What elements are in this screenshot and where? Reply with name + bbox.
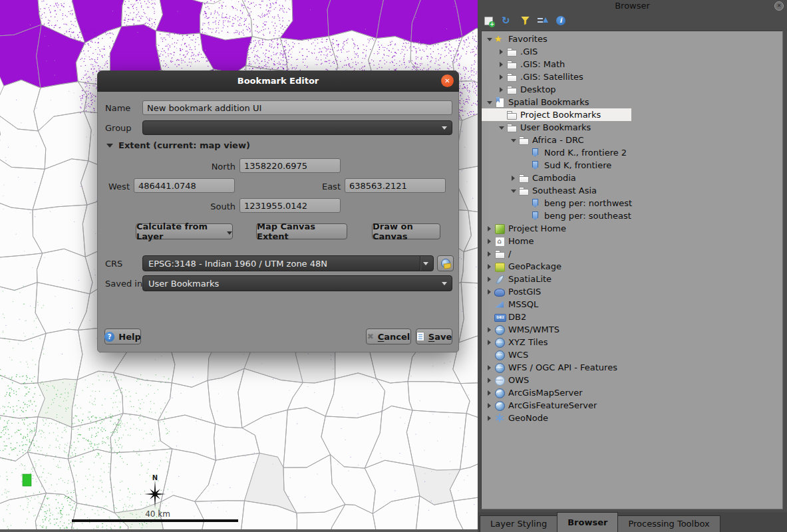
tree-item[interactable]: beng per: northwest — [482, 197, 782, 209]
tree-item[interactable]: GeoPackage — [482, 260, 782, 273]
tree-item[interactable]: SpatiaLite — [482, 273, 782, 285]
tree-item[interactable]: PostGIS — [482, 285, 782, 298]
properties-widget-icon[interactable] — [555, 15, 567, 27]
expander-icon[interactable] — [486, 222, 494, 235]
calculate-from-layer-button[interactable]: Calculate from Layer — [136, 223, 233, 239]
group-combobox[interactable] — [142, 120, 452, 135]
expander-icon[interactable] — [498, 58, 506, 70]
map-canvas-extent-button[interactable]: Map Canvas Extent — [256, 223, 347, 239]
expander-icon[interactable] — [486, 260, 494, 273]
refresh-icon[interactable] — [502, 15, 513, 27]
save-button[interactable]: Save — [416, 329, 452, 344]
mssql-icon — [494, 299, 505, 310]
expander-icon[interactable] — [510, 184, 518, 197]
expander-icon[interactable] — [486, 399, 494, 412]
tree-item[interactable]: MSSQL — [482, 298, 782, 311]
tree-item[interactable]: WCS — [482, 348, 782, 361]
tree-item[interactable]: XYZ Tiles — [482, 336, 782, 348]
saved-in-combobox[interactable]: User Bookmarks — [142, 275, 452, 291]
tree-item[interactable]: Project Bookmarks — [482, 108, 782, 121]
tree-item[interactable]: OWS — [482, 374, 782, 386]
tree-item[interactable]: Cambodia — [482, 172, 782, 184]
tree-item[interactable]: WFS / OGC API - Features — [482, 361, 782, 374]
filter-browser-icon[interactable] — [520, 15, 531, 27]
south-input[interactable] — [239, 198, 341, 213]
tree-item[interactable]: Sud K, frontiere — [482, 159, 782, 172]
expander-icon[interactable] — [486, 273, 494, 285]
expander-icon[interactable] — [486, 374, 494, 386]
folder-icon — [518, 173, 529, 184]
draw-on-canvas-button[interactable]: Draw on Canvas — [372, 223, 440, 239]
bookmark-icon — [530, 198, 541, 209]
expander-icon[interactable] — [498, 83, 506, 96]
tree-item[interactable]: DB2 — [482, 311, 782, 323]
spatial-icon — [494, 97, 505, 108]
dialog-titlebar[interactable]: Bookmark Editor ✕ — [97, 70, 459, 92]
chevron-down-icon — [420, 256, 433, 271]
cancel-button[interactable]: ✖ Cancel — [366, 329, 411, 344]
expander-spacer — [498, 108, 506, 121]
folder-icon — [506, 84, 517, 95]
tree-item[interactable]: .GIS: Satellites — [482, 70, 782, 83]
west-input[interactable] — [134, 178, 235, 193]
tree-item[interactable]: Spatial Bookmarks — [482, 96, 782, 108]
expander-icon[interactable] — [486, 247, 494, 260]
crs-combobox[interactable]: EPSG:3148 - Indian 1960 / UTM zone 48N — [142, 255, 434, 271]
tree-item[interactable]: / — [482, 247, 782, 260]
browser-tree[interactable]: Favorites.GIS.GIS: Math.GIS: SatellitesD… — [481, 31, 783, 509]
expander-icon[interactable] — [486, 33, 494, 45]
east-input[interactable] — [345, 178, 446, 193]
expander-icon[interactable] — [498, 45, 506, 58]
expander-icon[interactable] — [498, 121, 506, 134]
tab-browser[interactable]: Browser — [557, 512, 618, 532]
tree-item[interactable]: WMS/WMTS — [482, 323, 782, 336]
tree-item[interactable]: Nord K., frontiere 2 — [482, 146, 782, 159]
tree-item[interactable]: Southeast Asia — [482, 184, 782, 197]
expander-icon[interactable] — [486, 285, 494, 298]
select-crs-button[interactable] — [437, 255, 454, 271]
expander-icon[interactable] — [486, 235, 494, 247]
tree-item[interactable]: Africa - DRC — [482, 134, 782, 146]
tree-item[interactable]: Desktop — [482, 83, 782, 96]
expander-icon[interactable] — [498, 70, 506, 83]
expander-icon[interactable] — [486, 336, 494, 348]
tab-processing-toolbox[interactable]: Processing Toolbox — [617, 515, 720, 532]
expander-icon[interactable] — [486, 386, 494, 399]
tree-item-label: beng per: southeast — [544, 211, 631, 221]
close-icon[interactable]: ✕ — [441, 74, 454, 87]
tree-item[interactable]: User Bookmarks — [482, 121, 782, 134]
tree-item[interactable]: Home — [482, 235, 782, 247]
expander-icon[interactable] — [486, 323, 494, 336]
tree-item[interactable]: ArcGisMapServer — [482, 386, 782, 399]
window-bottom-edge — [0, 529, 478, 532]
tree-item[interactable]: Project Home — [482, 222, 782, 235]
panel-close-icon[interactable]: ✕ — [774, 1, 784, 11]
add-layer-icon[interactable] — [484, 15, 495, 27]
tree-item-label: DB2 — [508, 312, 526, 322]
folder-icon — [506, 122, 517, 133]
extent-section-header[interactable]: Extent (current: map view) — [106, 140, 250, 150]
tab-layer-styling[interactable]: Layer Styling — [480, 515, 557, 532]
crs-label: CRS — [105, 258, 122, 269]
expander-icon[interactable] — [486, 361, 494, 374]
tree-item[interactable]: ArcGisFeatureServer — [482, 399, 782, 412]
tree-item-label: WFS / OGC API - Features — [508, 362, 617, 372]
panel-title: Browser — [478, 0, 787, 12]
tree-item[interactable]: GeoNode — [482, 412, 782, 424]
tree-item-label: Cambodia — [532, 173, 576, 183]
tree-item[interactable]: .GIS — [482, 45, 782, 58]
help-button[interactable]: ? Help — [104, 329, 141, 344]
expander-icon[interactable] — [486, 96, 494, 108]
expander-icon[interactable] — [510, 134, 518, 146]
expander-icon[interactable] — [510, 172, 518, 184]
name-input[interactable] — [142, 100, 452, 115]
collapse-all-icon[interactable] — [538, 15, 549, 27]
north-input[interactable] — [239, 158, 341, 173]
expander-icon[interactable] — [486, 412, 494, 424]
tree-item[interactable]: .GIS: Math — [482, 58, 782, 70]
tree-item[interactable]: beng per: southeast — [482, 209, 782, 222]
expander-spacer — [486, 348, 494, 361]
tree-item-label: Southeast Asia — [532, 186, 597, 196]
tree-item[interactable]: Favorites — [482, 33, 782, 45]
expander-spacer — [522, 146, 530, 159]
